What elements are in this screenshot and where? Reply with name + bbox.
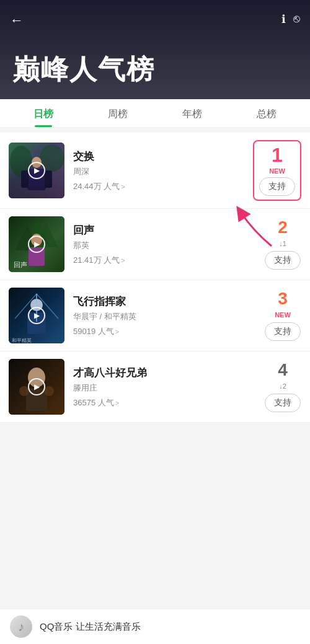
support-button[interactable]: 支持 xyxy=(265,322,301,341)
support-button[interactable]: 支持 xyxy=(265,394,301,412)
rank-area: 4 ↓2 支持 xyxy=(264,361,301,412)
tab-yearly[interactable]: 年榜 xyxy=(155,99,229,127)
song-title: 才高八斗好兄弟 xyxy=(73,366,264,380)
song-title: 飞行指挥家 xyxy=(73,294,264,309)
bottom-bar-text: QQ音乐 让生活充满音乐 xyxy=(40,621,141,633)
song-popularity[interactable]: 59019 人气 > xyxy=(73,326,264,337)
song-popularity[interactable]: 24.44万 人气 > xyxy=(73,181,253,192)
svg-point-26 xyxy=(44,386,54,396)
page-title: 巅峰人气榜 xyxy=(12,51,155,88)
info-icon[interactable]: ℹ xyxy=(281,12,286,26)
tab-weekly[interactable]: 周榜 xyxy=(81,99,155,127)
svg-rect-5 xyxy=(21,170,29,188)
support-button[interactable]: 支持 xyxy=(259,177,295,196)
rank-badge: NEW xyxy=(275,311,291,319)
song-artist: 那英 xyxy=(73,240,264,251)
list-item: ▶ 交换 周深 24.44万 人气 > 1 NEW 支持 xyxy=(0,133,310,209)
song-info: 回声 那英 21.41万 人气 > xyxy=(73,223,264,266)
music-note-icon: ♪ xyxy=(10,615,32,638)
rank-area: 3 NEW 支持 xyxy=(264,290,301,341)
song-artist: 华晨宇 / 和平精英 xyxy=(73,311,264,322)
chevron-icon: > xyxy=(121,257,125,264)
chevron-icon: > xyxy=(121,183,125,190)
rank-area: 2 ↓1 支持 xyxy=(264,219,301,270)
song-artist: 滕用庄 xyxy=(73,382,264,394)
rank-1-highlight-box: 1 NEW 支持 xyxy=(253,140,301,201)
song-popularity[interactable]: 36575 人气 > xyxy=(73,397,264,408)
song-info: 飞行指挥家 华晨宇 / 和平精英 59019 人气 > xyxy=(73,294,264,337)
tab-daily[interactable]: 日榜 xyxy=(6,99,81,127)
rank-badge: NEW xyxy=(269,167,285,175)
down-arrow-icon: ↓2 xyxy=(279,382,286,390)
rank-number: 4 xyxy=(278,361,288,379)
album-thumbnail[interactable]: 和平精英 ▶ xyxy=(9,288,64,343)
header-icons: ℹ ⎋ xyxy=(281,12,300,26)
svg-rect-6 xyxy=(45,170,52,188)
album-thumbnail[interactable]: 回声 ▶ xyxy=(9,216,64,272)
chevron-icon: > xyxy=(115,328,119,335)
song-popularity[interactable]: 21.41万 人气 > xyxy=(73,255,264,266)
rank-change: ↓1 xyxy=(279,240,286,247)
list-item: 和平精英 ▶ 飞行指挥家 华晨宇 / 和平精英 59019 人气 > 3 NEW… xyxy=(0,280,310,351)
header: ← 巅峰人气榜 ℹ ⎋ xyxy=(0,0,310,99)
rank-change: ↓2 xyxy=(279,382,286,390)
rank-number: 2 xyxy=(278,219,288,236)
play-icon[interactable]: ▶ xyxy=(28,307,45,324)
svg-text:回声: 回声 xyxy=(14,261,27,268)
bottom-bar: ♪ QQ音乐 让生活充满音乐 xyxy=(0,609,310,644)
list-item: 回声 ▶ 回声 那英 21.41万 人气 > 2 ↓1 支持 xyxy=(0,209,310,280)
support-button[interactable]: 支持 xyxy=(265,251,301,270)
rank-number: 3 xyxy=(278,290,288,307)
song-title: 回声 xyxy=(73,223,264,237)
play-icon[interactable]: ▶ xyxy=(28,236,45,253)
share-icon[interactable]: ⎋ xyxy=(293,12,300,26)
chevron-icon: > xyxy=(115,399,119,407)
song-list: ▶ 交换 周深 24.44万 人气 > 1 NEW 支持 xyxy=(0,133,310,423)
song-artist: 周深 xyxy=(73,166,253,177)
back-button[interactable]: ← xyxy=(10,12,24,29)
play-icon[interactable]: ▶ xyxy=(28,378,45,395)
play-icon[interactable]: ▶ xyxy=(28,162,45,179)
rank-area: 1 NEW 支持 xyxy=(253,140,301,201)
tab-total[interactable]: 总榜 xyxy=(229,99,304,127)
song-info: 交换 周深 24.44万 人气 > xyxy=(73,149,253,192)
album-thumbnail[interactable]: ▶ xyxy=(9,359,64,415)
tabs-container: 日榜 周榜 年榜 总榜 xyxy=(0,99,310,128)
song-info: 才高八斗好兄弟 滕用庄 36575 人气 > xyxy=(73,366,264,408)
album-thumbnail[interactable]: ▶ xyxy=(9,143,64,198)
song-title: 交换 xyxy=(73,149,253,164)
svg-text:和平精英: 和平精英 xyxy=(12,338,32,343)
rank-number: 1 xyxy=(272,145,283,165)
list-item: ▶ 才高八斗好兄弟 滕用庄 36575 人气 > 4 ↓2 支持 xyxy=(0,351,310,423)
down-arrow-icon: ↓1 xyxy=(279,240,286,247)
